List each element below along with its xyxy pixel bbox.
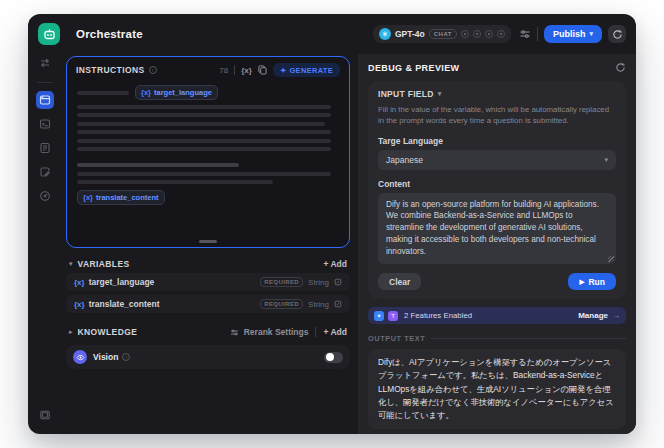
output-text-title: OUTPUT TEXT (368, 334, 425, 343)
sidebar-item-annotation[interactable] (36, 163, 54, 181)
chevron-down-icon: ▾ (438, 90, 442, 98)
target-language-label: Targe Language (378, 136, 616, 146)
refresh-button[interactable] (615, 62, 626, 73)
openai-model-icon (379, 28, 391, 40)
orchestrate-panel: INSTRUCTIONS i 78 {x} ✦ GENERATE (62, 54, 358, 434)
capability-icon (497, 30, 505, 38)
variables-header[interactable]: ▾ VARIABLES + Add (66, 259, 350, 269)
resize-handle[interactable] (199, 240, 217, 243)
variable-type: String (308, 278, 329, 287)
history-button[interactable] (608, 25, 626, 43)
app-window: Orchestrate GPT-4o CHAT (28, 14, 636, 434)
model-selector[interactable]: GPT-4o CHAT (373, 25, 511, 43)
resize-grip-icon[interactable] (608, 256, 614, 262)
chevron-down-icon: ▾ (589, 30, 593, 38)
feature-icon-more-like-this: ✦ (374, 311, 384, 321)
model-params-button[interactable] (519, 28, 531, 40)
clear-button[interactable]: Clear (378, 273, 421, 290)
chevron-down-icon: ▾ (69, 260, 73, 268)
input-field-description: Fill in the value of the variable, which… (378, 104, 616, 127)
input-field-card: INPUT FIELD ▾ Fill in the value of the v… (368, 81, 626, 299)
variable-token-icon: {x} (74, 300, 85, 309)
robot-icon (43, 28, 56, 41)
app-header: Orchestrate GPT-4o CHAT (28, 14, 636, 54)
target-language-select[interactable]: Japanese ▾ (378, 150, 616, 170)
manage-features-button[interactable]: Manage → (578, 311, 620, 320)
features-enabled-bar[interactable]: ✦ T 2 Features Enabled Manage → (368, 307, 626, 324)
variable-chip[interactable]: {x}translate_content (77, 190, 165, 205)
copy-prompt-button[interactable] (258, 65, 267, 75)
prompt-content[interactable]: {x}target_language {x}translate_content (67, 81, 349, 205)
feature-icon-text-to-speech: T (388, 311, 398, 321)
instructions-title: INSTRUCTIONS (76, 65, 145, 75)
sliders-icon (230, 328, 239, 337)
sidebar-divider (37, 82, 53, 83)
vision-toggle[interactable] (324, 352, 343, 363)
vision-feature-row[interactable]: Vision i (66, 345, 350, 369)
knowledge-header[interactable]: ▸ KNOWLEDGE Rerank Settings + Add (66, 327, 350, 337)
debug-preview-panel: DEBUG & PREVIEW INPUT FIELD ▾ Fill in th… (358, 54, 636, 434)
capability-icon (473, 30, 481, 38)
debug-preview-title: DEBUG & PREVIEW (368, 63, 460, 73)
edit-type-icon[interactable] (334, 278, 342, 286)
header-divider (537, 27, 538, 41)
play-icon: ▶ (579, 278, 584, 286)
arrow-right-icon: → (612, 311, 620, 320)
capability-icon (485, 30, 493, 38)
rerank-settings-button[interactable]: Rerank Settings (230, 327, 309, 337)
variables-title: VARIABLES (78, 259, 130, 269)
generate-button[interactable]: ✦ GENERATE (273, 63, 340, 77)
eye-icon (73, 350, 87, 364)
run-button[interactable]: ▶ Run (568, 273, 616, 290)
sidebar-item-monitoring[interactable] (36, 187, 54, 205)
variable-token-icon: {x} (74, 278, 85, 287)
app-logo-icon[interactable] (38, 23, 60, 45)
knowledge-title: KNOWLEDGE (78, 327, 138, 337)
content-input[interactable]: Dify is an open-source platform for buil… (378, 193, 616, 264)
info-icon: i (149, 66, 157, 74)
variable-chip[interactable]: {x}target_language (135, 85, 218, 100)
selected-language: Japanese (386, 155, 423, 165)
model-mode-badge: CHAT (429, 29, 457, 39)
divider (431, 338, 626, 339)
sidebar-item-orchestrate[interactable] (36, 91, 54, 109)
variable-row[interactable]: {x} translate_content REQUIRED String (66, 295, 350, 313)
required-badge: REQUIRED (260, 299, 303, 309)
add-variable-button[interactable]: + Add (323, 259, 347, 269)
sparkle-icon: ✦ (280, 66, 287, 75)
variable-row[interactable]: {x} target_language REQUIRED String (66, 273, 350, 291)
insert-variable-button[interactable]: {x} (241, 66, 252, 75)
info-icon: i (122, 353, 130, 361)
sidebar-item-logs[interactable] (36, 139, 54, 157)
output-text-card: Difyは、AIアプリケーションを構築するためのオープンソースプラットフォームで… (368, 349, 626, 429)
history-icon (612, 29, 623, 40)
sidebar-item-prompt[interactable] (36, 115, 54, 133)
model-name: GPT-4o (395, 29, 425, 39)
char-count: 78 (219, 66, 228, 75)
chevron-right-icon: ▸ (69, 328, 73, 336)
collapse-panel-icon[interactable] (36, 406, 54, 424)
publish-button[interactable]: Publish ▾ (544, 25, 602, 43)
variable-type: String (308, 300, 329, 309)
publish-label: Publish (553, 29, 586, 39)
required-badge: REQUIRED (260, 277, 303, 287)
features-enabled-text: 2 Features Enabled (404, 311, 472, 320)
instructions-editor[interactable]: INSTRUCTIONS i 78 {x} ✦ GENERATE (66, 56, 350, 248)
divider (315, 327, 316, 337)
instructions-header: INSTRUCTIONS i 78 {x} ✦ GENERATE (67, 57, 349, 81)
page: Orchestrate GPT-4o CHAT (0, 0, 664, 448)
edit-type-icon[interactable] (334, 300, 342, 308)
chevron-down-icon: ▾ (604, 156, 608, 164)
add-knowledge-button[interactable]: + Add (323, 327, 347, 337)
nav-sidebar (28, 54, 62, 434)
capability-icon (461, 30, 469, 38)
swap-app-icon[interactable] (36, 54, 54, 72)
header-actions: GPT-4o CHAT Publish ▾ (373, 25, 626, 43)
content-label: Content (378, 179, 616, 189)
vision-label: Vision (93, 352, 118, 362)
input-field-header[interactable]: INPUT FIELD ▾ (378, 89, 616, 99)
page-title: Orchestrate (76, 28, 143, 40)
toolbar-divider (234, 65, 235, 75)
